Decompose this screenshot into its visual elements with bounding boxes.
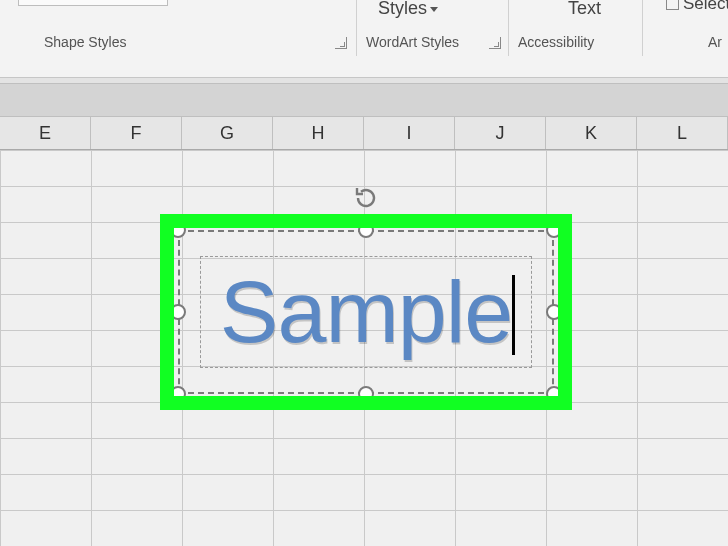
namebox-stub[interactable] — [18, 0, 168, 6]
dialog-launcher-icon[interactable] — [489, 37, 501, 49]
wordart-text-box[interactable]: Sample — [200, 256, 532, 368]
styles-dropdown[interactable]: Styles — [378, 0, 438, 19]
resize-handle-tl[interactable] — [170, 222, 186, 238]
styles-label: Styles — [378, 0, 427, 18]
truncated-label: Ar — [708, 34, 722, 50]
selection-pane-icon — [666, 0, 679, 10]
col-header[interactable]: J — [455, 117, 546, 149]
ribbon: Styles Text Selection Shape Styles WordA… — [0, 0, 728, 78]
resize-handle-ml[interactable] — [170, 304, 186, 320]
resize-handle-bl[interactable] — [170, 386, 186, 402]
ribbon-groups: Shape Styles WordArt Styles Accessibilit… — [0, 34, 728, 54]
dialog-launcher-icon[interactable] — [335, 37, 347, 49]
group-shape-styles: Shape Styles — [44, 34, 127, 50]
resize-handle-tm[interactable] — [358, 222, 374, 238]
wordart-object[interactable]: Sample — [178, 230, 554, 394]
ribbon-top: Styles Text Selection — [0, 0, 728, 32]
text-cursor — [512, 275, 515, 355]
selection-pane-label[interactable]: Selection — [666, 0, 728, 14]
col-header[interactable]: F — [91, 117, 182, 149]
col-header[interactable]: I — [364, 117, 455, 149]
wordart-text: Sample — [220, 261, 512, 363]
resize-handle-mr[interactable] — [546, 304, 562, 320]
group-wordart-styles: WordArt Styles — [366, 34, 459, 50]
resize-handle-br[interactable] — [546, 386, 562, 402]
col-header[interactable]: L — [637, 117, 728, 149]
col-header[interactable]: G — [182, 117, 273, 149]
resize-handle-bm[interactable] — [358, 386, 374, 402]
group-accessibility: Accessibility — [518, 34, 594, 50]
formula-bar-stub — [0, 78, 728, 84]
col-header[interactable]: K — [546, 117, 637, 149]
col-header[interactable]: H — [273, 117, 364, 149]
alt-text-label: Text — [568, 0, 601, 19]
chevron-down-icon — [430, 7, 438, 12]
column-headers: E F G H I J K L — [0, 116, 728, 150]
col-header[interactable]: E — [0, 117, 91, 149]
rotate-handle-icon[interactable] — [354, 186, 378, 210]
resize-handle-tr[interactable] — [546, 222, 562, 238]
